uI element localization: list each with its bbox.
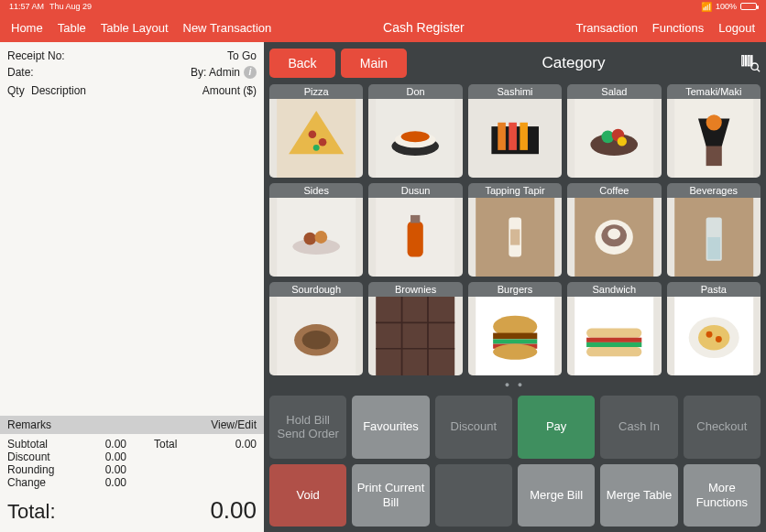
svg-rect-49 bbox=[377, 297, 455, 375]
status-bar: 11:57 AM Thu Aug 29 📶 100% bbox=[0, 0, 766, 13]
category-brownies[interactable]: Brownies bbox=[368, 282, 462, 375]
category-label: Beverages bbox=[667, 183, 761, 198]
svg-point-67 bbox=[698, 325, 729, 351]
void-button[interactable]: Void bbox=[269, 464, 346, 527]
category-image bbox=[269, 99, 363, 178]
category-image bbox=[667, 198, 761, 277]
category-label: Pizza bbox=[269, 84, 363, 99]
svg-rect-1 bbox=[746, 56, 747, 66]
category-grid: PizzaDonSashimiSaladTemaki/MakiSidesDusu… bbox=[269, 84, 761, 375]
subtotal-label: Subtotal bbox=[7, 438, 71, 451]
category-tapping-tapir[interactable]: Tapping Tapir bbox=[468, 183, 562, 277]
svg-rect-35 bbox=[410, 215, 420, 223]
receipt-body bbox=[0, 101, 264, 416]
nav-table[interactable]: Table bbox=[58, 21, 86, 35]
top-nav: Home Table Table Layout New Transaction … bbox=[0, 13, 766, 42]
category-panel: Back Main Category PizzaDonSashimiSaladT… bbox=[264, 42, 766, 532]
svg-point-8 bbox=[309, 130, 317, 138]
nav-new-transaction[interactable]: New Transaction bbox=[183, 21, 272, 35]
svg-rect-45 bbox=[707, 237, 720, 259]
category-salad[interactable]: Salad bbox=[567, 84, 661, 178]
category-beverages[interactable]: Beverages bbox=[667, 183, 761, 277]
svg-rect-17 bbox=[498, 123, 506, 150]
category-pizza[interactable]: Pizza bbox=[269, 84, 363, 178]
discount-label: Discount bbox=[7, 451, 71, 463]
favourites-button[interactable]: Favourites bbox=[352, 396, 429, 459]
svg-rect-2 bbox=[748, 56, 750, 66]
category-sourdough[interactable]: Sourdough bbox=[269, 282, 363, 375]
svg-rect-63 bbox=[586, 342, 641, 347]
category-image bbox=[567, 99, 661, 178]
category-label: Sashimi bbox=[468, 84, 562, 99]
category-label: Pasta bbox=[667, 282, 761, 297]
page-dots: ● ● bbox=[269, 381, 761, 390]
svg-rect-61 bbox=[586, 328, 641, 337]
blank-button bbox=[435, 464, 512, 527]
more-functions-button[interactable]: More Functions bbox=[684, 464, 761, 527]
viewedit-label[interactable]: View/Edit bbox=[211, 418, 257, 431]
svg-line-5 bbox=[757, 69, 760, 71]
battery-icon bbox=[740, 3, 757, 10]
category-label: Coffee bbox=[567, 183, 661, 198]
svg-rect-62 bbox=[586, 338, 641, 342]
cash-in-button[interactable]: Cash In bbox=[600, 396, 677, 459]
category-image bbox=[567, 297, 661, 375]
category-label: Brownies bbox=[368, 282, 462, 297]
info-icon[interactable]: i bbox=[244, 66, 257, 79]
nav-transaction[interactable]: Transaction bbox=[575, 21, 637, 35]
category-coffee[interactable]: Coffee bbox=[567, 183, 661, 277]
receipt-togo: To Go bbox=[227, 48, 257, 64]
nav-logout[interactable]: Logout bbox=[718, 21, 755, 35]
svg-rect-57 bbox=[493, 339, 537, 343]
grand-total-label: Total: bbox=[7, 500, 56, 524]
remarks-bar[interactable]: Remarks View/Edit bbox=[0, 416, 264, 434]
receipt-no-label: Receipt No: bbox=[7, 48, 65, 64]
hold-bill-button[interactable]: Hold Bill Send Order bbox=[269, 396, 346, 459]
receipt-columns: Qty Description Amount ($) bbox=[0, 82, 264, 101]
receipt-panel: Receipt No: To Go Date: By: Admin i Qty … bbox=[0, 42, 264, 532]
change-val: 0.00 bbox=[71, 476, 126, 489]
category-sides[interactable]: Sides bbox=[269, 183, 363, 277]
col-qty: Qty bbox=[7, 84, 31, 97]
category-label: Sides bbox=[269, 183, 363, 198]
category-pasta[interactable]: Pasta bbox=[667, 282, 761, 375]
barcode-search-icon[interactable] bbox=[740, 53, 761, 73]
category-image bbox=[269, 297, 363, 375]
pay-button[interactable]: Pay bbox=[518, 396, 595, 459]
category-temaki-maki[interactable]: Temaki/Maki bbox=[667, 84, 761, 178]
back-button[interactable]: Back bbox=[269, 49, 335, 78]
merge-table-button[interactable]: Merge Table bbox=[600, 464, 677, 527]
main-button[interactable]: Main bbox=[341, 49, 407, 78]
subtotal-val: 0.00 bbox=[71, 438, 126, 451]
checkout-button[interactable]: Checkout bbox=[684, 396, 761, 459]
merge-bill-button[interactable]: Merge Bill bbox=[518, 464, 595, 527]
svg-point-42 bbox=[608, 229, 621, 240]
nav-functions[interactable]: Functions bbox=[652, 21, 704, 35]
svg-point-48 bbox=[302, 331, 331, 350]
category-dusun[interactable]: Dusun bbox=[368, 183, 462, 277]
category-sandwich[interactable]: Sandwich bbox=[567, 282, 661, 375]
svg-point-31 bbox=[303, 233, 316, 245]
wifi-icon: 📶 bbox=[701, 2, 712, 12]
discount-val: 0.00 bbox=[71, 451, 126, 463]
category-label: Burgers bbox=[468, 282, 562, 297]
nav-table-layout[interactable]: Table Layout bbox=[101, 21, 169, 35]
svg-point-68 bbox=[706, 331, 712, 338]
category-sashimi[interactable]: Sashimi bbox=[468, 84, 562, 178]
svg-point-59 bbox=[493, 344, 537, 360]
svg-point-4 bbox=[751, 63, 758, 70]
category-don[interactable]: Don bbox=[368, 84, 462, 178]
category-image bbox=[667, 297, 761, 375]
nav-home[interactable]: Home bbox=[11, 21, 43, 35]
category-image bbox=[468, 297, 562, 375]
app-title: Cash Register bbox=[271, 20, 575, 35]
svg-point-69 bbox=[716, 336, 722, 342]
category-image bbox=[368, 297, 462, 375]
total-side-label: Total bbox=[126, 438, 202, 451]
svg-rect-0 bbox=[742, 56, 744, 66]
grand-total-val: 0.00 bbox=[210, 496, 257, 525]
discount-button[interactable]: Discount bbox=[435, 396, 512, 459]
print-bill-button[interactable]: Print Current Bill bbox=[352, 464, 429, 527]
category-burgers[interactable]: Burgers bbox=[468, 282, 562, 375]
action-grid: Hold Bill Send Order Favourites Discount… bbox=[269, 396, 761, 527]
